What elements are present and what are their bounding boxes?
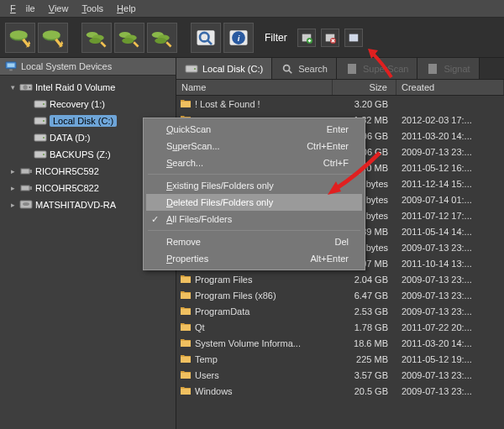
shortcut: Del [334,237,349,247]
folder-icon [180,369,192,381]
list-item[interactable]: ProgramData2.53 GB2009-07-13 23:... [176,303,504,319]
tree-label: RICOHR5C592 [35,166,99,176]
file-size: 18.6 MB [333,338,396,348]
svg-rect-25 [9,70,13,71]
toolbar-multi1-icon[interactable] [81,23,112,53]
list-item[interactable]: ! Lost & Found !3.20 GB [176,96,504,112]
file-created: 2009-07-14 01:... [396,195,504,205]
list-item[interactable]: Windows20.5 GB2009-07-13 23:... [176,383,504,399]
folder-icon [180,290,192,301]
tree-label: Recovery (1:) [50,99,105,109]
menu-help[interactable]: Help [112,2,141,15]
sidebar-header: Local System Devices [0,58,176,76]
file-name: System Volume Informa... [195,338,301,348]
usb-icon [19,181,33,195]
ctx-existing-only[interactable]: Existing Files/Folders only [146,177,362,194]
filter-clear-icon[interactable] [344,29,363,47]
tree-label: RICOHR5C822 [35,183,99,193]
tab-search[interactable]: Search [272,58,337,79]
toolbar-disk1-icon[interactable] [5,23,35,53]
svg-point-3 [43,30,60,39]
toolbar-multi3-icon[interactable] [147,23,177,53]
menu-tools[interactable]: Tools [76,2,108,15]
svg-point-45 [284,65,290,71]
tab-label: Signat [444,64,470,74]
ctx-all-files[interactable]: All Files/Folders [146,211,362,228]
filter-add-icon[interactable] [297,29,316,47]
col-name[interactable]: Name [176,80,333,95]
svg-point-1 [10,30,28,39]
ctx-superscan[interactable]: SuperScan...Ctrl+Enter [146,138,362,154]
ctx-properties[interactable]: PropertiesAlt+Enter [146,250,362,267]
tab-signatures[interactable]: Signat [417,58,479,79]
file-name: Windows [195,386,233,396]
tab-superscan[interactable]: SuperScan [337,58,417,79]
shortcut: Ctrl+Enter [307,141,349,151]
svg-rect-24 [8,64,15,67]
toolbar: i Filter [0,18,504,58]
svg-point-42 [23,202,29,206]
ctx-deleted-only[interactable]: Deleted Files/Folders only [146,194,362,211]
ctx-quickscan[interactable]: QuickScanEnter [146,121,362,138]
list-item[interactable]: Program Files2.04 GB2009-07-13 23:... [176,271,504,287]
file-name: Program Files (x86) [195,290,276,301]
col-created[interactable]: Created [396,80,504,95]
folder-icon [180,322,192,333]
sidebar-title: Local System Devices [21,61,112,71]
list-item[interactable]: Program Files (x86)6.47 GB2009-07-13 23:… [176,287,504,303]
col-size[interactable]: Size [333,80,396,95]
file-created: 2011-07-12 17:... [396,211,504,221]
svg-rect-46 [348,64,356,74]
ctx-search[interactable]: Search...Ctrl+F [146,154,362,171]
file-created: 2009-07-13 23:... [396,243,504,253]
twist-icon: ▾ [8,83,17,92]
folder-icon [180,337,192,349]
tree-node[interactable]: ▾Intel Raid 0 Volume [0,79,176,96]
file-size: 20.5 GB [333,386,396,396]
svg-point-44 [194,68,196,70]
toolbar-search-icon[interactable] [191,23,221,53]
file-created: 2011-07-22 20:... [396,322,504,332]
file-created: 2011-03-20 14:... [396,338,504,348]
tab-label: SuperScan [363,64,408,74]
tab-label: Search [298,64,328,74]
shortcut: Enter [327,124,349,134]
tab-local-disk[interactable]: Local Disk (C:) [176,58,272,79]
file-name: ProgramData [195,306,249,317]
svg-rect-37 [21,169,29,174]
file-size: 225 MB [333,354,396,364]
file-size: 3.57 GB [333,370,396,380]
shortcut: Ctrl+F [323,158,349,168]
list-item[interactable]: Qt1.78 GB2011-07-22 20:... [176,319,504,335]
drive-icon [34,97,47,111]
toolbar-disk2-icon[interactable] [38,23,68,53]
toolbar-info-icon[interactable]: i [223,23,254,53]
ctx-remove[interactable]: RemoveDel [146,233,362,250]
monitor-icon [5,60,17,72]
twist-icon: ▸ [8,167,17,175]
list-item[interactable]: System Volume Informa...18.6 MB2011-03-2… [176,335,504,351]
context-menu: QuickScanEnter SuperScan...Ctrl+Enter Se… [143,118,365,270]
folder-icon [180,306,192,317]
tree-label: Intel Raid 0 Volume [35,82,115,92]
file-created: 2012-02-03 17:... [396,115,504,125]
menu-file[interactable]: File [5,2,40,15]
separator [148,174,360,175]
list-item[interactable]: Temp225 MB2011-05-12 19:... [176,351,504,367]
filter-remove-icon[interactable] [321,29,339,47]
file-created: 2009-07-13 23:... [396,306,504,317]
hdd-icon [19,81,33,94]
file-created: 2011-05-12 19:... [396,354,504,364]
list-item[interactable]: Users3.57 GB2009-07-13 23:... [176,367,504,383]
folder-icon [180,353,192,365]
svg-text:i: i [238,34,240,43]
sheet-icon [345,62,359,76]
svg-point-28 [29,86,31,88]
file-size: 2.04 GB [333,275,396,285]
tab-bar: Local Disk (C:) Search SuperScan Signat [176,58,504,80]
file-size: 1.78 GB [333,322,396,332]
tree-node[interactable]: Recovery (1:) [0,96,176,112]
svg-point-34 [43,137,45,139]
menu-view[interactable]: View [44,2,74,15]
toolbar-multi2-icon[interactable] [114,23,144,53]
